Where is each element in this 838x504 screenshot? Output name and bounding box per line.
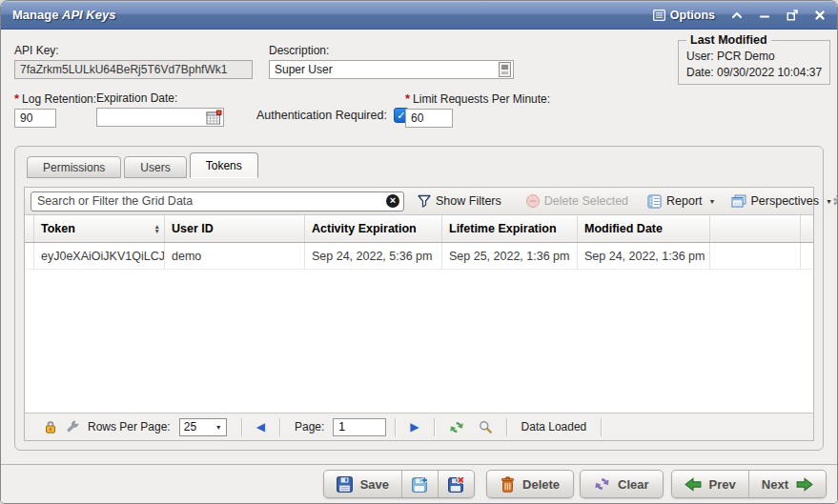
cell-lifetime-expiration[interactable]: Sep 25, 2022, 1:36 pm xyxy=(442,243,578,269)
column-header-activity-expiration[interactable]: Activity Expiration xyxy=(305,215,442,242)
description-field: Description: xyxy=(269,44,514,79)
calendar-icon[interactable] xyxy=(206,110,222,125)
expiration-date-label: Expiration Date: xyxy=(96,91,224,105)
options-button[interactable]: Options xyxy=(653,9,715,22)
cell-user-id[interactable]: demo xyxy=(165,243,305,269)
grid-toolbar: × Show Filters Delete Selected xyxy=(25,188,813,215)
page-input[interactable] xyxy=(333,418,386,436)
table-row[interactable]: eyJ0eXAiOiJKV1QiLCJ... demo Sep 24, 2022… xyxy=(25,243,813,270)
row-handle-column xyxy=(25,215,34,242)
cell-token[interactable]: eyJ0eXAiOiJKV1QiLCJ... xyxy=(34,243,165,269)
cell-empty xyxy=(710,243,801,269)
dialog-body: API Key: Description: Last Modified User… xyxy=(1,30,837,503)
rows-per-page-label: Rows Per Page: xyxy=(88,420,171,433)
scrollbar-strip xyxy=(801,215,813,242)
last-modified-legend: Last Modified xyxy=(686,33,771,47)
save-and-new-button[interactable] xyxy=(401,471,438,497)
tokens-grid: × Show Filters Delete Selected xyxy=(24,187,814,441)
grid-body xyxy=(25,270,813,413)
rows-per-page-select[interactable]: 25 ▼ xyxy=(179,418,227,436)
limit-requests-label: Limit Requests Per Minute: xyxy=(413,92,550,106)
last-modified-user: User: PCR Demo xyxy=(686,50,822,63)
trash-icon xyxy=(501,476,515,493)
next-button[interactable]: Next xyxy=(748,471,826,497)
api-key-input[interactable] xyxy=(14,60,253,79)
prev-next-group: Prev Next xyxy=(671,470,827,498)
api-key-field: API Key: xyxy=(14,44,253,79)
delete-selected-button[interactable]: Delete Selected xyxy=(526,194,628,208)
footer-separator xyxy=(434,418,435,436)
limit-requests-field: *Limit Requests Per Minute: xyxy=(405,91,596,128)
options-label: Options xyxy=(670,9,715,22)
required-marker: * xyxy=(14,91,19,106)
show-filters-button[interactable]: Show Filters xyxy=(418,194,501,208)
close-icon[interactable] xyxy=(814,10,826,21)
next-page-icon[interactable]: ▶ xyxy=(410,420,419,433)
tab-users[interactable]: Users xyxy=(124,156,186,178)
refresh-icon[interactable] xyxy=(449,420,464,434)
save-button[interactable]: Save xyxy=(324,471,401,497)
grid-footer: Rows Per Page: 25 ▼ ◀ Page: ▶ xyxy=(25,413,813,440)
chevron-down-icon: ▼ xyxy=(215,424,222,431)
manage-api-keys-dialog: Manage API Keys Options xyxy=(0,0,838,504)
description-label: Description: xyxy=(269,44,514,57)
description-input[interactable] xyxy=(269,60,514,79)
report-dropdown[interactable]: Report ▼ xyxy=(647,194,715,209)
row-handle-cell xyxy=(25,243,34,269)
delete-button[interactable]: Delete xyxy=(486,470,574,498)
popout-icon[interactable] xyxy=(787,10,798,21)
grid-search-input[interactable] xyxy=(31,192,404,212)
window-title: Manage API Keys xyxy=(12,8,115,22)
perspectives-dropdown[interactable]: Perspectives ▼ xyxy=(731,194,833,208)
page-label: Page: xyxy=(295,420,324,433)
column-header-user-id[interactable]: User ID xyxy=(165,215,305,242)
expiration-date-input[interactable] xyxy=(96,108,224,127)
column-header-lifetime-expiration[interactable]: Lifetime Expiration xyxy=(442,215,578,242)
gear-icon xyxy=(832,193,838,209)
footer-separator xyxy=(279,418,280,436)
column-header-modified-date[interactable]: Modified Date xyxy=(578,215,710,242)
tab-tokens[interactable]: Tokens xyxy=(190,152,258,178)
filter-funnel-icon xyxy=(418,194,431,208)
minus-circle-icon xyxy=(526,194,540,208)
save-button-group: Save xyxy=(323,470,475,498)
clear-button[interactable]: Clear xyxy=(580,470,664,498)
footer-separator xyxy=(241,418,242,436)
options-list-icon xyxy=(653,10,665,21)
column-header-token[interactable]: Token ▲▼ xyxy=(34,215,165,242)
tab-permissions[interactable]: Permissions xyxy=(27,156,121,178)
expiration-date-field: Expiration Date: xyxy=(96,91,224,127)
wrench-icon[interactable] xyxy=(66,420,79,433)
tab-panel: Permissions Users Tokens × Show xyxy=(14,146,824,451)
chevron-down-icon: ▼ xyxy=(826,198,832,205)
prev-arrow-icon xyxy=(685,477,702,492)
search-clear-icon[interactable]: × xyxy=(386,194,399,208)
next-arrow-icon xyxy=(796,477,813,492)
limit-requests-input[interactable] xyxy=(405,109,453,128)
report-icon xyxy=(647,194,662,209)
lock-icon[interactable] xyxy=(44,420,57,433)
chevron-down-icon: ▼ xyxy=(709,198,716,205)
save-and-close-button[interactable] xyxy=(438,471,474,497)
cell-activity-expiration[interactable]: Sep 24, 2022, 5:36 pm xyxy=(305,243,442,269)
footer-separator xyxy=(506,418,507,436)
expand-editor-icon[interactable] xyxy=(499,62,511,77)
footer-separator xyxy=(601,418,602,436)
save-floppy-icon xyxy=(337,476,353,493)
save-close-floppy-icon xyxy=(448,476,464,493)
magnifier-icon[interactable] xyxy=(479,420,492,433)
collapse-icon[interactable] xyxy=(731,10,743,19)
grid-settings-button[interactable] xyxy=(832,193,838,209)
tab-strip: Permissions Users Tokens xyxy=(27,152,258,178)
last-modified-box: Last Modified User: PCR Demo Date: 09/30… xyxy=(678,33,830,85)
prev-page-icon[interactable]: ◀ xyxy=(256,420,265,433)
required-marker: * xyxy=(405,91,410,106)
perspectives-icon xyxy=(731,194,746,208)
cell-modified-date[interactable]: Sep 24, 2022, 1:36 pm xyxy=(578,243,710,269)
prev-button[interactable]: Prev xyxy=(672,471,748,497)
sort-icon[interactable]: ▲▼ xyxy=(154,224,160,234)
title-bar: Manage API Keys Options xyxy=(1,1,837,30)
log-retention-input[interactable] xyxy=(14,109,56,128)
minimize-icon[interactable] xyxy=(759,10,770,21)
auth-required-label: Authentication Required: xyxy=(256,109,387,122)
